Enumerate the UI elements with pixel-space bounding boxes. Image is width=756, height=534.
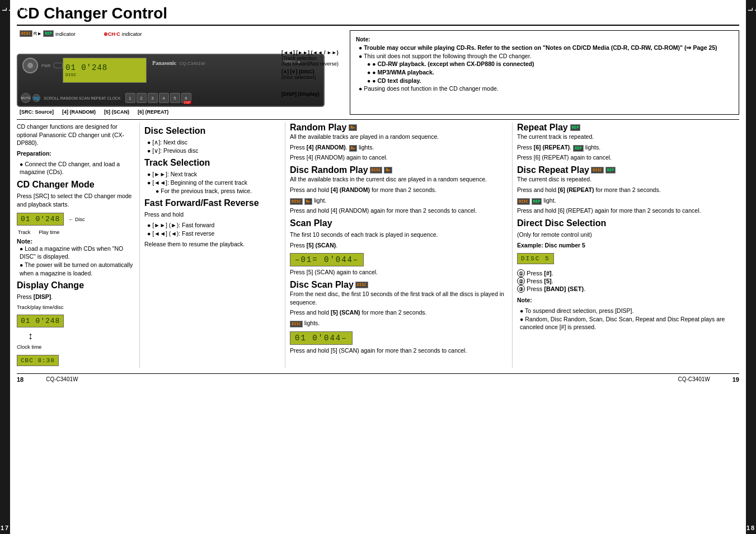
direct-disc-subtitle: (Only for remote control unit) — [517, 231, 735, 239]
cd-changer-mode-title: CD Changer Mode — [17, 180, 135, 190]
note-box: Note: Trouble may occur while playing CD… — [350, 30, 739, 115]
playtime-label: Play time — [39, 229, 59, 235]
arrow-icon: ↕ — [28, 330, 33, 342]
random-icon: R► — [349, 124, 356, 131]
disc-selection-title: Disc Selection — [144, 126, 280, 136]
random-play-text: All the available tracks are played in a… — [290, 133, 508, 141]
direct-disc-steps: ① Press [#]. ② Press [5]. ③ Press [BAND]… — [517, 268, 735, 294]
note-cd-2: The power will be turned on automaticall… — [20, 261, 135, 277]
side-tab-letters-right: E N G L I S H — [727, 6, 756, 11]
display-change-text: Press [DISP]. — [17, 293, 135, 301]
direct-step-2: ② Press [5]. — [517, 277, 735, 285]
scan-label: [5] (SCAN) — [104, 109, 129, 115]
note-cd-mode: Note: Load a magazine with CDs when "NO … — [17, 238, 135, 278]
left-page-number: 17 — [1, 524, 10, 531]
disc-repeat-icon-line: DISC REP light. — [517, 196, 735, 205]
page-title: CD Changer Control — [17, 4, 739, 26]
side-tab-left: E N G L I S H 17 — [0, 0, 10, 534]
ch-indicator: ⊛CH·C — [104, 31, 120, 37]
bottom-left-page: 18 — [17, 376, 24, 383]
disc-scan-text: From the next disc, the first 10 seconds… — [290, 290, 508, 306]
direct-disc-title: Direct Disc Selection — [517, 218, 735, 228]
repeat-play-section: Repeat Play REP The current track is rep… — [517, 123, 735, 162]
random-play-title: Random Play — [290, 123, 346, 133]
disc-repeat-disc-icon: DISC — [591, 167, 604, 174]
right-page-number: 18 — [746, 524, 755, 531]
note-box-title: Note: — [356, 35, 733, 44]
disc-sub-callout: (Disc selection) — [281, 74, 339, 80]
disc-repeat-title: Disc Repeat Play — [517, 165, 589, 175]
scan-play-text: The first 10 seconds of each track is pl… — [290, 231, 508, 239]
top-section: DISC R► REP indicator ⊛CH·C indicator — [17, 30, 739, 115]
right-callouts: [◄◄] [►►] (◄◄ / ►►) (Track selection/fas… — [281, 50, 339, 97]
body-layout: CD changer functions are designed for op… — [17, 123, 739, 368]
disc-random-header: Disc Random Play DISC R► — [290, 165, 508, 175]
disc-random-disc-icon: DISC — [370, 167, 383, 174]
right-indicator-group: ⊛CH·C indicator — [104, 31, 142, 37]
disc-random-step2: Press and hold [4] (RANDOM) again for mo… — [290, 207, 508, 215]
prep-label: Preparation: — [17, 149, 135, 158]
repeat-play-step1: Press [6] (REPEAT). REP lights. — [517, 143, 735, 152]
left-indicator-group: DISC R► REP indicator — [20, 30, 76, 37]
lcd-display-1: 01 0'248 — [17, 213, 64, 226]
ff-line1: Press and hold — [144, 210, 280, 219]
r-arrow: R► — [34, 31, 42, 36]
note-last-item: Pausing does not function in the CD chan… — [359, 85, 733, 93]
disc-random-step1: Press and hold [4] (RANDOM) for more tha… — [290, 186, 508, 194]
disc-label-arrow: ← Disc — [68, 217, 84, 222]
disc-sel-2: [∨]: Previous disc — [147, 147, 280, 155]
track-sel-2: [◄◄]: Beginning of the current track — [147, 179, 280, 187]
repeat-play-header: Repeat Play REP — [517, 123, 735, 133]
scan-lcd: –01= 0'044– — [290, 253, 364, 266]
random-label: [4] (RANDOM) — [62, 109, 96, 115]
ff-line4: Release them to resume the playback. — [144, 240, 280, 249]
arrow-indicator: ↕ — [17, 330, 135, 342]
disc-scan-lcd: 01 0'044– — [290, 331, 353, 345]
repeat-play-title: Repeat Play — [517, 123, 568, 133]
bottom-left-model: CQ-C3401W — [46, 376, 78, 382]
direct-note-1: To suspend direct selection, press [DISP… — [520, 307, 735, 315]
col-left: CD changer functions are designed for op… — [17, 123, 140, 368]
track-selection-title: Track Selection — [144, 158, 280, 168]
disc-scan-step2: Press and hold [5] (SCAN) again for more… — [290, 346, 508, 355]
random-play-step2: Press [4] (RANDOM) again to cancel. — [290, 153, 508, 162]
disc-random-section: Disc Random Play DISC R► All the availab… — [290, 165, 508, 215]
cd-changer-mode-text: Press [SRC] to select the CD changer mod… — [17, 192, 135, 208]
col-mid: Disc Selection [∧]: Next disc [∨]: Previ… — [140, 123, 285, 368]
scan-play-step2: Press [5] (SCAN) again to cancel. — [290, 268, 508, 277]
disc-scan-header: Disc Scan Play DISC — [290, 280, 508, 290]
note-sub-3: ● CD text display. — [367, 77, 733, 85]
src-label: [SRC: Source] — [20, 109, 54, 115]
disc-repeat-step2: Press and hold [6] (REPEAT) again for mo… — [517, 207, 735, 215]
col-r1: Random Play R► All the available tracks … — [285, 123, 513, 368]
cd-player-unit: PWR 01 0'248 DISC Panasonic CQ-C3401W OP… — [17, 54, 325, 107]
scan-play-title: Scan Play — [290, 218, 508, 228]
track-label: Track — [18, 229, 30, 235]
top-indicators: DISC R► REP indicator ⊛CH·C indicator — [17, 30, 341, 37]
ff-line3: [◄◄] (◄): Fast reverse — [147, 229, 280, 238]
cd-diagram-area: DISC R► REP indicator ⊛CH·C indicator — [17, 30, 341, 115]
random-play-step1: Press [4] (RANDOM). R► lights. — [290, 143, 508, 152]
repeat-label: [6] (REPEAT) — [138, 109, 168, 115]
disc-scan-icon: DISC — [355, 282, 368, 288]
display-labels-1: Track Play time — [18, 229, 135, 235]
random-play-section: Random Play R► All the available tracks … — [290, 123, 508, 162]
panasonic-logo: Panasonic — [152, 60, 176, 66]
side-tab-letters-left: E N G L I S H — [0, 6, 29, 11]
direct-disc-example: Example: Disc number 5 — [517, 241, 735, 250]
disp-callout: [DISP] (Display) — [281, 91, 339, 97]
clock-time-label: Clock time — [17, 343, 135, 350]
bottom-right-page: 19 — [732, 376, 739, 383]
prep-text: Connect the CD changer, and load a magaz… — [20, 160, 135, 176]
disc-repeat-rep-icon: REP — [605, 167, 616, 174]
direct-step-1: ① Press [#]. — [517, 269, 735, 277]
track-sub-callout: (Track selection/fast forward/fast rever… — [281, 55, 339, 67]
note-item-1: Trouble may occur while playing CD-Rs. R… — [359, 44, 733, 52]
fast-forward-title: Fast Forward/Fast Reverse — [144, 198, 280, 208]
direct-note-title: Note: — [517, 296, 735, 305]
disc-random-r-icon: R► — [384, 167, 392, 174]
disc-select-callout: [∧] [∨] (DISC) — [281, 69, 339, 74]
note-cd-1: Load a magazine with CDs when "NO DISC" … — [20, 245, 135, 261]
lcd-display-2: 01 0'248 — [17, 315, 64, 327]
left-indicator-text: indicator — [55, 31, 76, 37]
